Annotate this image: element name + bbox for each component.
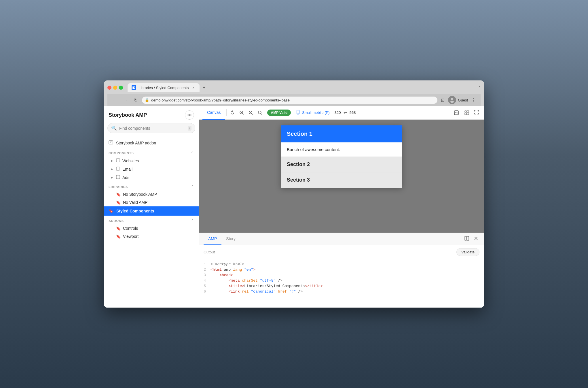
refresh-button[interactable]: [228, 109, 237, 117]
line-number: 2: [199, 268, 210, 272]
controls-label: Controls: [123, 226, 138, 231]
zoom-in-button[interactable]: [237, 109, 246, 117]
sidebar-item-viewport[interactable]: 🔖 Viewport: [104, 232, 199, 240]
no-valid-icon: 🔖: [116, 200, 121, 205]
libraries-section-label: LIBRARIES: [109, 185, 128, 189]
sidebar-item-email[interactable]: ▶ Email: [104, 165, 199, 173]
device-icon: [296, 110, 300, 116]
no-storybook-label: No Storybook AMP: [123, 192, 157, 197]
main-panel: Canvas: [199, 106, 484, 308]
minimize-traffic-light[interactable]: [113, 86, 117, 90]
code-line-5: 5 <title>Libraries/Styled Components</ti…: [199, 283, 484, 289]
components-section-label: COMPONENTS: [109, 151, 134, 155]
sidebar-item-no-storybook-amp[interactable]: 🔖 No Storybook AMP: [104, 190, 199, 198]
svg-rect-10: [116, 167, 120, 170]
svg-line-18: [252, 114, 253, 114]
sidebar-item-websites[interactable]: ▶ Websites: [104, 157, 199, 165]
browser-content: Storybook AMP ••• 🔍 / Storybook AMP addo…: [104, 106, 484, 308]
lock-icon: 🔒: [145, 98, 149, 102]
profile-avatar: [448, 96, 456, 104]
ads-label: Ads: [122, 175, 129, 180]
traffic-lights: [107, 86, 123, 90]
width-input[interactable]: [332, 110, 344, 115]
section-1-header: Section 1: [281, 125, 402, 142]
email-label: Email: [122, 167, 132, 172]
url-input[interactable]: [142, 97, 437, 104]
code-area[interactable]: 1 <!doctype html> 2 <html amp lang="en">…: [199, 259, 484, 308]
components-toggle-button[interactable]: ⌃: [191, 151, 194, 155]
fullscreen-button[interactable]: [473, 108, 481, 117]
address-bar: ← → ↻ 🔒 ⊡ Guest ⋮: [107, 94, 481, 106]
profile-label: Guest: [458, 98, 468, 102]
sidebar-title: Storybook AMP: [109, 112, 147, 118]
grid-view-button[interactable]: [462, 109, 471, 117]
amp-valid-badge[interactable]: AMP Valid: [267, 110, 291, 116]
close-traffic-light[interactable]: [107, 86, 111, 90]
svg-rect-11: [116, 175, 120, 179]
sidebar-item-controls[interactable]: 🔖 Controls: [104, 224, 199, 232]
toolbar-divider-1: [226, 109, 227, 116]
line-number: 5: [199, 284, 210, 288]
svg-rect-29: [467, 236, 469, 240]
height-input[interactable]: [347, 110, 359, 115]
back-button[interactable]: ←: [111, 96, 119, 104]
swap-dimensions-icon[interactable]: ⇌: [344, 110, 347, 115]
svg-rect-6: [109, 141, 113, 144]
close-panel-button[interactable]: [473, 235, 479, 243]
device-selector[interactable]: Small mobile (P): [293, 109, 332, 117]
tab-close-button[interactable]: ×: [191, 85, 196, 90]
tab-favicon: [132, 85, 136, 90]
code-content: <link rel="canonical" href="#" />: [210, 289, 303, 294]
tab-canvas[interactable]: Canvas: [202, 106, 225, 120]
expand-arrow-websites: ▶: [111, 159, 114, 162]
svg-rect-25: [467, 111, 469, 112]
split-view-button[interactable]: [463, 235, 470, 243]
new-tab-button[interactable]: +: [200, 84, 208, 92]
viewport-icon: 🔖: [116, 234, 121, 239]
styled-components-icon: 🔖: [109, 209, 113, 213]
line-number: 3: [199, 273, 210, 277]
profile-button[interactable]: Guest: [448, 96, 468, 104]
svg-rect-9: [116, 159, 120, 162]
reader-mode-button[interactable]: ⊡: [440, 96, 446, 104]
code-content: <!doctype html>: [210, 262, 244, 266]
sidebar: Storybook AMP ••• 🔍 / Storybook AMP addo…: [104, 106, 199, 308]
sidebar-item-no-valid-amp[interactable]: 🔖 No Valid AMP: [104, 198, 199, 206]
validate-button[interactable]: Validate: [456, 248, 479, 256]
addons-section-header: ADDONS ⌃: [104, 216, 199, 224]
search-input[interactable]: [119, 126, 185, 131]
svg-point-4: [451, 98, 453, 100]
maximize-traffic-light[interactable]: [119, 86, 123, 90]
sidebar-item-styled-components[interactable]: 🔖 Styled Components: [104, 206, 199, 216]
image-view-button[interactable]: [452, 109, 461, 117]
addons-section-label: ADDONS: [109, 219, 124, 223]
canvas-bottom-wrapper: Section 1 Bunch of awesome content. Sect…: [199, 120, 484, 308]
reload-button[interactable]: ↻: [132, 96, 140, 104]
sidebar-item-ads[interactable]: ▶ Ads: [104, 173, 199, 182]
sidebar-item-addon[interactable]: Storybook AMP addon: [104, 138, 199, 148]
tab-amp[interactable]: AMP: [204, 233, 221, 245]
canvas-area[interactable]: Section 1 Bunch of awesome content. Sect…: [199, 120, 484, 233]
toolbar-right: [452, 108, 481, 117]
svg-rect-3: [132, 88, 135, 89]
code-line-1: 1 <!doctype html>: [199, 261, 484, 267]
libraries-toggle-button[interactable]: ⌃: [191, 184, 194, 189]
addons-toggle-button[interactable]: ⌃: [191, 219, 194, 223]
search-box[interactable]: 🔍 /: [107, 123, 195, 133]
zoom-reset-button[interactable]: [255, 109, 265, 117]
toolbar: Canvas: [199, 106, 484, 120]
tab-story[interactable]: Story: [221, 233, 240, 245]
svg-rect-28: [465, 236, 466, 240]
bottom-actions: [463, 235, 479, 243]
code-content: <title>Libraries/Styled Components</titl…: [210, 284, 323, 288]
active-tab[interactable]: Libraries / Styled Components ×: [128, 83, 200, 92]
sidebar-menu-button[interactable]: •••: [185, 110, 194, 120]
no-valid-label: No Valid AMP: [123, 200, 147, 205]
tab-overflow-button[interactable]: ˅: [478, 85, 481, 91]
more-menu-button[interactable]: ⋮: [470, 96, 477, 104]
code-line-6: 6 <link rel="canonical" href="#" />: [199, 289, 484, 294]
forward-button[interactable]: →: [121, 96, 129, 104]
zoom-out-button[interactable]: [246, 109, 255, 117]
search-icon: 🔍: [111, 125, 117, 131]
svg-rect-27: [467, 113, 469, 115]
